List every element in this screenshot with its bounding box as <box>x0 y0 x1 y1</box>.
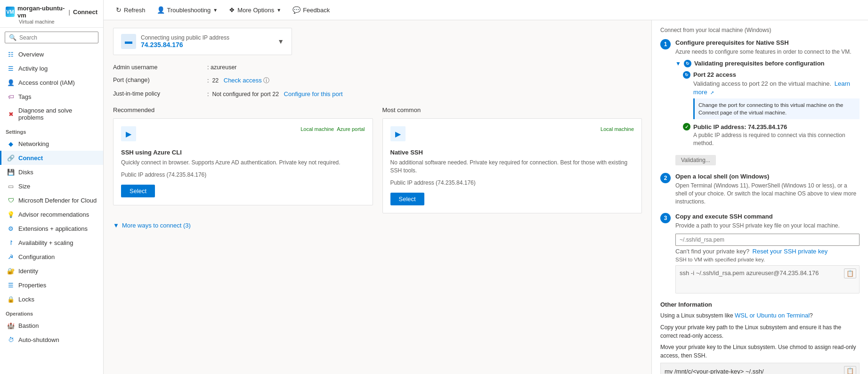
step2-block: 2 Open a local shell (on Windows) Open T… <box>660 173 860 205</box>
info-grid: Admin username : azureuser Port (change)… <box>113 63 642 99</box>
prereq-status-icon: ↻ <box>684 60 691 67</box>
sidebar-item-disks[interactable]: 💾 Disks <box>0 165 103 179</box>
native-ssh-card-icon: ▶ <box>390 126 406 141</box>
more-ways-link[interactable]: ▼ More ways to connect (3) <box>113 222 642 229</box>
sidebar-item-properties[interactable]: ☰ Properties <box>0 278 103 292</box>
main-area: ↻ Refresh 👤 Troubleshooting ▼ ❖ More Opt… <box>104 0 868 374</box>
ip-value: 74.235.84.176 <box>141 41 229 49</box>
tags-icon: 🏷 <box>7 93 15 100</box>
sidebar-item-defender[interactable]: 🛡 Microsoft Defender for Cloud <box>0 193 103 207</box>
most-common-column: Most common ▶ Local machine Native SSH N… <box>382 106 642 218</box>
ssh-cli-tag-local[interactable]: Local machine <box>300 126 334 132</box>
disks-icon: 💾 <box>7 168 15 176</box>
sidebar-item-label: Advisor recommendations <box>18 211 89 218</box>
ssh-cli-select-button[interactable]: Select <box>121 185 155 197</box>
port22-title: Port 22 access <box>693 71 736 78</box>
sidebar-item-advisor[interactable]: 💡 Advisor recommendations <box>0 207 103 221</box>
vm-subtitle: Virtual machine <box>6 19 97 24</box>
ssh-command-box: ssh -i ~/.ssh/id_rsa.pem azureuser@74.23… <box>675 265 860 293</box>
more-ways-label: More ways to connect (3) <box>122 222 191 229</box>
sidebar-item-label: Disks <box>18 169 33 176</box>
configure-port-link[interactable]: Configure for this port <box>284 90 343 98</box>
vm-page: Connect <box>73 8 97 16</box>
connect-panel: ▬ Connecting using public IP address 74.… <box>104 20 651 374</box>
sidebar-item-label: Identity <box>18 268 38 275</box>
sidebar-item-availability[interactable]: ↾ Availability + scaling <box>0 236 103 250</box>
ip-icon-symbol: ▬ <box>125 37 132 46</box>
ssh-cli-tag-azure[interactable]: Azure portal <box>337 126 365 132</box>
prereq-collapse-icon: ▼ <box>675 60 681 67</box>
step3-desc: Provide a path to your SSH private key f… <box>675 222 860 230</box>
ip-selector[interactable]: ▬ Connecting using public IP address 74.… <box>113 28 292 55</box>
reset-ssh-key-link[interactable]: Reset your SSH private key <box>753 248 828 255</box>
sidebar-item-overview[interactable]: ☷ Overview <box>0 47 103 61</box>
ip-icon: ▬ <box>121 34 136 49</box>
wsl-link[interactable]: WSL or Ubuntu on Terminal <box>735 312 810 319</box>
extensions-icon: ⚙ <box>7 225 15 232</box>
sidebar-item-connect[interactable]: 🔗 Connect <box>0 151 103 165</box>
most-common-label: Most common <box>382 106 642 114</box>
recommended-column: Recommended ▶ Local machine Azure portal… <box>113 106 373 218</box>
public-ip-status-icon: ✓ <box>683 123 690 130</box>
ssh-cli-desc: Quickly connect in browser. Supports Azu… <box>121 159 365 167</box>
sidebar-item-activity-log[interactable]: ☰ Activity log <box>0 61 103 75</box>
refresh-icon: ↻ <box>116 6 122 14</box>
refresh-button[interactable]: ↻ Refresh <box>111 4 150 16</box>
recommended-label: Recommended <box>113 106 373 114</box>
overview-icon: ☷ <box>7 50 15 58</box>
ip-chevron-icon[interactable]: ▼ <box>277 38 284 45</box>
sidebar-item-tags[interactable]: 🏷 Tags <box>0 89 103 104</box>
sidebar-item-label: Connect <box>18 154 43 162</box>
toolbar: ↻ Refresh 👤 Troubleshooting ▼ ❖ More Opt… <box>104 0 868 20</box>
troubleshooting-label: Troubleshooting <box>167 7 211 14</box>
step3-content: Copy and execute SSH command Provide a p… <box>675 213 860 293</box>
operations-section-label: Operations <box>0 306 103 318</box>
copy-command-button[interactable]: 📋 <box>844 268 856 278</box>
more-options-icon: ❖ <box>229 6 235 14</box>
native-ssh-card: ▶ Local machine Native SSH No additional… <box>382 118 642 213</box>
advisor-icon: 💡 <box>7 211 15 218</box>
more-options-chevron-icon: ▼ <box>276 8 281 13</box>
feedback-button[interactable]: 💬 Feedback <box>288 4 334 16</box>
port22-desc: Validating access to port 22 on the virt… <box>693 80 860 97</box>
search-box[interactable]: 🔍 <box>5 32 98 43</box>
sidebar-item-auto-shutdown[interactable]: ⏱ Auto-shutdown <box>0 333 103 347</box>
feedback-icon: 💬 <box>292 6 300 14</box>
prereq-header-label: Validating prerequisites before configur… <box>694 60 825 67</box>
native-ssh-tag-local[interactable]: Local machine <box>600 126 634 132</box>
troubleshooting-button[interactable]: 👤 Troubleshooting ▼ <box>152 4 223 16</box>
sidebar-item-size[interactable]: ▭ Size <box>0 179 103 193</box>
spinner-icon: ↻ <box>686 61 690 66</box>
sidebar-item-bastion[interactable]: 🏰 Bastion <box>0 318 103 333</box>
content-area: ▬ Connecting using public IP address 74.… <box>104 20 868 374</box>
sidebar-item-label: Access control (IAM) <box>18 79 75 86</box>
sidebar-item-networking[interactable]: ◆ Networking <box>0 137 103 151</box>
native-ssh-select-button[interactable]: Select <box>390 193 424 205</box>
search-icon: 🔍 <box>9 34 16 41</box>
port-value: : 22 Check access ⓘ <box>207 75 642 86</box>
sidebar-item-configuration[interactable]: ☭ Configuration <box>0 250 103 264</box>
port22-item-header: ↻ Port 22 access <box>683 71 860 79</box>
check-access-link[interactable]: Check access <box>224 77 262 84</box>
sidebar-item-locks[interactable]: 🔒 Locks <box>0 292 103 306</box>
sidebar-item-access-control[interactable]: 👤 Access control (IAM) <box>0 75 103 89</box>
step3-title: Copy and execute SSH command <box>675 213 860 220</box>
native-ssh-ip: Public IP address (74.235.84.176) <box>390 179 634 186</box>
size-icon: ▭ <box>7 182 15 190</box>
ssh-private-key-input[interactable] <box>675 234 860 246</box>
vm-pipe: | <box>69 8 70 16</box>
sidebar-item-label: Tags <box>18 93 31 100</box>
prereq-header[interactable]: ▼ ↻ Validating prerequisites before conf… <box>675 60 860 67</box>
sidebar-item-label: Activity log <box>18 65 48 72</box>
sidebar-item-identity[interactable]: 🔐 Identity <box>0 264 103 278</box>
sidebar-item-diagnose[interactable]: ✖ Diagnose and solve problems <box>0 104 103 124</box>
sidebar: VM morgan-ubuntu-vm | Connect Virtual ma… <box>0 0 104 374</box>
sidebar-item-extensions[interactable]: ⚙ Extensions + applications <box>0 221 103 236</box>
port-change-link[interactable]: (change) <box>125 76 149 83</box>
more-options-button[interactable]: ❖ More Options ▼ <box>224 4 286 16</box>
more-ways-chevron-icon: ▼ <box>113 222 119 229</box>
search-input[interactable] <box>19 34 94 41</box>
step1-block: 1 Configure prerequisites for Native SSH… <box>660 39 860 165</box>
public-ip-desc: A public IP address is required to conne… <box>693 131 860 147</box>
copy-linux-cmd-button[interactable]: 📋 <box>844 366 856 374</box>
